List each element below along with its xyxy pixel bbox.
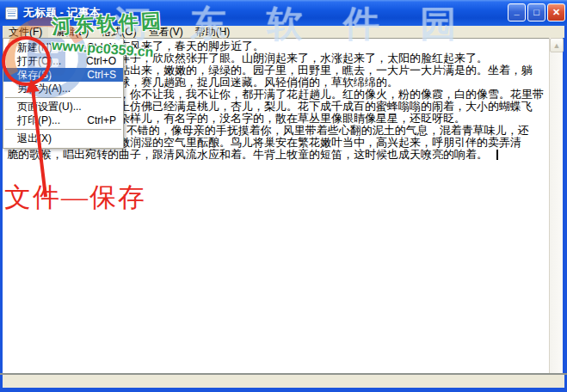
doc-line: 脆的歌喉，唱出宛转的曲子，跟清风流水应和着。牛背上牧童的短笛，这时候也成天嘹亮的… [3,149,549,161]
shortcut-label: Ctrl+S [87,68,116,82]
annotation-arrow-head-icon [24,78,40,93]
scroll-up-icon[interactable]: ▲ [550,38,564,52]
menu-item-exit[interactable]: 退出(X) [3,132,123,145]
menu-format[interactable]: 格式(O) [95,26,142,38]
annotation-label: 文件—保存 [4,180,146,216]
window-bottom-strip [3,375,564,388]
menu-separator [5,129,121,130]
minimize-button[interactable]: _ [508,3,526,21]
text-caret [496,150,498,160]
shortcut-label: Ctrl+N [87,40,116,54]
window-title: 无标题 - 记事本 [23,5,101,21]
annotation-circle [2,36,51,86]
window-border-bottom [0,388,567,392]
vertical-scrollbar[interactable]: ▲ [549,38,563,373]
maximize-button[interactable]: □ [527,3,545,21]
menu-separator [5,97,121,98]
menu-help[interactable]: 帮助(H) [189,26,237,38]
notepad-icon [5,7,18,20]
menu-edit[interactable]: 编辑(E) [48,26,95,38]
menu-view[interactable]: 查看(V) [143,26,189,38]
close-button[interactable]: ✕ [547,3,565,21]
menu-item-page-setup[interactable]: 页面设置(U)... [3,100,123,113]
menu-bar: 文件(F) 编辑(E) 格式(O) 查看(V) 帮助(H) [3,26,564,38]
shortcut-label: Ctrl+O [86,54,116,68]
title-bar[interactable]: 无标题 - 记事本 _ □ ✕ [0,0,567,26]
menu-item-print[interactable]: 打印(P)... Ctrl+P [3,113,123,127]
shortcut-label: Ctrl+P [87,113,116,127]
